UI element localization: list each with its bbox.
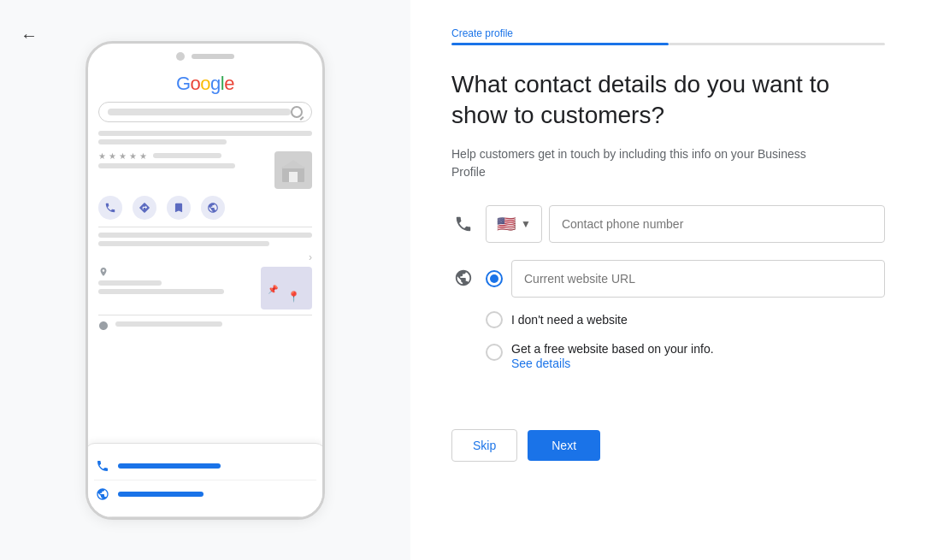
back-button[interactable]: ← [21,26,38,45]
phone-search-icon [291,106,303,118]
phone-search-inner [108,109,291,115]
ph-store-text: ★ ★ ★ ★ ★ [98,151,269,172]
radio-url-selected[interactable] [486,270,503,287]
ph-line-1 [98,131,312,136]
phone-speaker [192,54,234,59]
ph-globe-btn [201,196,225,220]
phone-camera [176,52,185,61]
free-website-text-group: Get a free website based on your info. S… [511,342,714,371]
call-icon [104,202,116,214]
star-3: ★ [119,151,127,160]
map-pin-2: 📌 [268,285,278,294]
pb-phone-icon [94,457,111,475]
ph-map-area: 📍 📌 [98,267,312,309]
ph-ml-2 [98,289,224,294]
ph-divider-2 [98,315,312,315]
ph-line-2 [98,139,227,144]
ph-cl-1 [115,321,222,327]
ph-clock-row [98,321,312,331]
sub-text: Help customers get in touch by including… [451,145,828,181]
tab-inactive [669,39,886,45]
phone-icon-small [96,459,109,473]
radio-free-website[interactable] [486,344,503,361]
tab-bar-inactive [669,43,886,45]
pb-phone-row [94,452,316,480]
star-1: ★ [98,151,107,160]
phone-icon [454,215,473,233]
map-pin-1: 📍 [287,291,300,303]
tab-bar-active [451,43,669,45]
globe-form-icon [451,260,475,287]
stars-line [153,153,221,158]
website-options: I don't need a website Get a free websit… [486,260,885,385]
globe-icon [454,268,473,287]
bookmark-icon [173,202,185,214]
website-url-input[interactable] [511,260,885,298]
google-logo-area: Google [98,73,312,95]
pb-phone-line [118,463,221,469]
website-form-row: I don't need a website Get a free websit… [451,260,885,385]
phone-form-icon [451,215,475,233]
pb-web-line [118,492,203,497]
phone-mockup: Google ★ ★ ★ ★ ★ [86,41,325,520]
pb-web-row [94,480,316,508]
star-4: ★ [129,151,138,160]
star-5: ★ [139,151,148,160]
store-svg-icon [280,158,306,182]
ph-text-lines [98,233,312,246]
see-details-link[interactable]: See details [511,357,570,370]
phone-content: Google ★ ★ ★ ★ ★ [88,66,322,443]
ph-map-img: 📍 📌 [261,267,312,309]
directions-icon [139,202,150,214]
phone-bottom-card [86,443,325,517]
star-2: ★ [109,151,117,160]
globe-icon-bottom [96,487,109,501]
left-panel: ← Google [0,0,410,560]
free-website-row: Get a free website based on your info. S… [486,342,885,371]
ph-save-btn [167,196,191,220]
globe-small-icon [207,202,219,214]
main-heading: What contact details do you want to show… [451,69,885,132]
phone-search-bar [98,102,312,122]
next-button[interactable]: Next [528,430,600,461]
no-website-label: I don't need a website [511,313,628,327]
clock-icon-small [98,321,109,331]
ph-tl-1 [98,233,312,238]
ph-store-row: ★ ★ ★ ★ ★ [98,151,312,189]
svg-marker-1 [280,160,306,168]
ph-action-icons [98,196,312,220]
country-selector[interactable]: 🇺🇸 ▼ [486,205,542,243]
phone-top-bar [88,44,322,66]
svg-rect-2 [289,172,298,182]
pb-globe-icon [94,486,111,503]
google-logo: Google [176,73,234,94]
location-small-icon [98,267,109,277]
free-website-label: Get a free website based on your info. [511,342,714,356]
country-dropdown-arrow: ▼ [521,218,531,230]
skip-button[interactable]: Skip [451,429,517,462]
website-url-row [486,260,885,298]
ph-directions-btn [133,196,156,220]
tab-label-create-profile: Create profile [451,27,669,39]
ph-line-3 [98,163,235,168]
no-website-row: I don't need a website [486,311,885,328]
ph-divider-1 [98,227,312,227]
phone-form-row: 🇺🇸 ▼ [451,205,885,243]
button-row: Skip Next [451,429,885,462]
ph-tl-2 [98,241,269,246]
ph-chevron: › [98,251,312,263]
ph-store-img [274,151,312,189]
phone-input-group: 🇺🇸 ▼ [486,205,885,243]
ph-map-text [98,267,256,309]
progress-tabs: Create profile [451,27,885,45]
us-flag: 🇺🇸 [497,215,516,233]
ph-call-btn [98,196,122,220]
ph-ml-1 [98,280,162,286]
phone-number-input[interactable] [549,205,885,243]
radio-no-website[interactable] [486,311,503,328]
right-panel: Create profile What contact details do y… [410,0,926,560]
tab-create-profile: Create profile [451,27,669,45]
ph-stars: ★ ★ ★ ★ ★ [98,151,269,160]
